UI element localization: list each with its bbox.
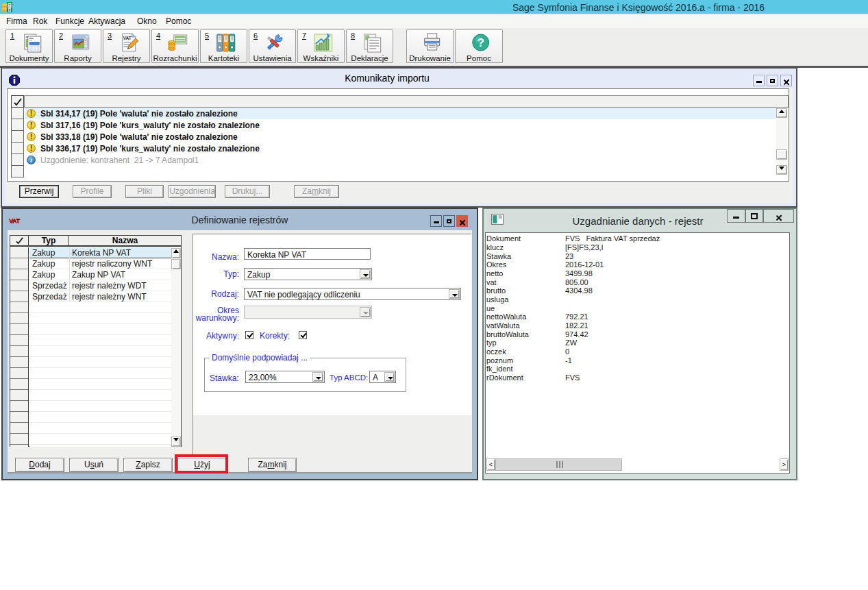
svg-text:?: ? [478, 36, 484, 49]
svg-text:VAT: VAT [123, 36, 131, 40]
